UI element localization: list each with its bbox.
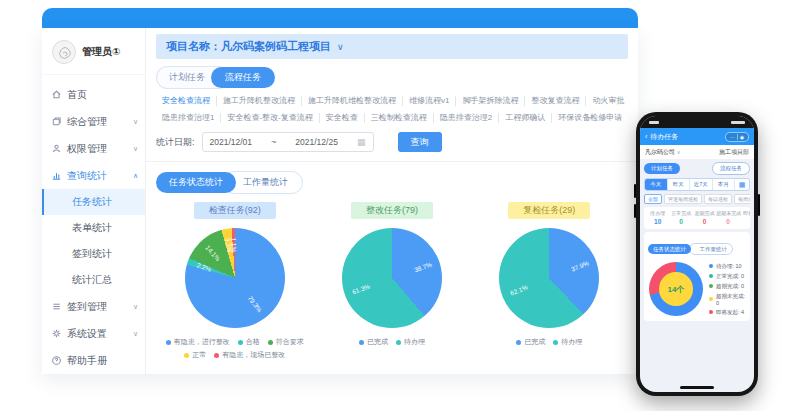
legend-item[interactable]: 正常完成: 0 [709, 273, 746, 280]
chevron-down-icon: ∨ [337, 42, 344, 52]
query-button[interactable]: 查询 [398, 132, 442, 152]
workflow-filter-tag[interactable]: 安全检查 [320, 113, 365, 123]
list-icon [51, 301, 62, 312]
tab-workload-statistics[interactable]: 工作量统计 [689, 243, 733, 255]
legend-label: 待办理 [404, 337, 425, 347]
date-separator: ~ [271, 137, 276, 147]
legend-dot [709, 310, 713, 314]
user-profile[interactable]: 管理员① [42, 34, 145, 75]
legend-item[interactable]: 有隐患，进行整改 [166, 337, 230, 347]
date-tab[interactable]: 昨天 [668, 179, 691, 190]
legend-item[interactable]: 已完成 [516, 337, 545, 347]
workflow-filter-tag[interactable]: 施工升降机整改流程 [217, 96, 302, 106]
date-range-input[interactable]: 2021/12/01 ~ 2021/12/25 ▦ [202, 132, 374, 152]
legend-label: 待办理: 10 [716, 263, 742, 270]
workflow-filter-tag[interactable]: 环保设备检修申请 [552, 113, 628, 123]
date-tab[interactable]: 今天 [645, 179, 668, 190]
sidebar-item-system-settings[interactable]: 系统设置 ∨ [42, 320, 145, 347]
legend-item[interactable]: 即将发起: 4 [709, 309, 746, 316]
chart-title-badge: 复检任务(29) [508, 202, 590, 219]
sidebar-subitem-signin-statistics[interactable]: 签到统计 [42, 241, 145, 267]
legend-item[interactable]: 已完成 [359, 337, 388, 347]
tab-process-tasks[interactable]: 流程任务 [211, 67, 275, 88]
legend-dot [238, 340, 243, 345]
date-tab[interactable]: 本月 [713, 179, 736, 190]
close-icon[interactable]: ◉ [740, 134, 744, 140]
legend-item[interactable]: 正常 [184, 350, 206, 360]
capsule-divider [737, 134, 738, 140]
workflow-filter-tag[interactable]: 动火审批 [586, 96, 628, 106]
workflow-filter-tag[interactable]: 安全检查流程 [156, 96, 217, 106]
calendar-icon[interactable]: ▦ [735, 179, 749, 190]
tab-task-status-statistics[interactable]: 任务状态统计 [648, 244, 691, 254]
more-icon[interactable]: ⋯ [730, 134, 735, 140]
chevron-down-icon: ∨ [677, 149, 681, 155]
sidebar-subitem-task-statistics[interactable]: 任务统计 [42, 189, 145, 215]
sidebar-item-general-management[interactable]: 综合管理 ∨ [42, 108, 145, 135]
sidebar-item-home[interactable]: 首页 [42, 81, 145, 108]
sidebar-item-query-statistics[interactable]: 查询统计 ∧ [42, 162, 145, 189]
company-selector[interactable]: 凡尔码公司 [645, 148, 675, 157]
back-icon[interactable]: ‹ [645, 133, 647, 140]
legend-dot [396, 340, 401, 345]
legend-item[interactable]: 待办理: 10 [709, 263, 746, 270]
pie-slice-label: 37.9% [570, 259, 590, 272]
workflow-filter-tag[interactable]: 安全检查-整改-复查流程 [221, 113, 319, 123]
charts-row: 检查任务(92) 79.3%2.2%14.1%3.3%1.1% 有隐患，进行整改… [156, 202, 628, 360]
chart-legend: 已完成待办理 [516, 337, 582, 347]
workflow-filter-tag[interactable]: 施工升降机维检整改流程 [302, 96, 403, 106]
tab-process-tasks[interactable]: 流程任务 [712, 162, 750, 175]
legend-item[interactable]: 合格 [238, 337, 260, 347]
sidebar-item-permission-management[interactable]: 权限管理 ∨ [42, 135, 145, 162]
filter-chip[interactable]: 每日巡检 [704, 194, 732, 204]
legend-dot [709, 284, 713, 288]
workflow-filter-tag[interactable]: 维修流程v1 [403, 96, 456, 106]
workflow-filter-tag[interactable]: 脚手架拆除流程 [456, 96, 525, 106]
sidebar-subitem-form-statistics[interactable]: 表单统计 [42, 215, 145, 241]
legend-item[interactable]: 待办理 [396, 337, 425, 347]
sidebar-item-help-manual[interactable]: 帮助手册 [42, 347, 145, 374]
filter-chip[interactable]: 每周巡检 [734, 194, 750, 204]
project-name: 项目名称：凡尔码案例码工程项目 [166, 39, 331, 54]
filter-chip[interactable]: 全部 [644, 194, 662, 204]
legend-dot [709, 264, 713, 268]
sidebar-item-label: 统计汇总 [72, 273, 112, 287]
miniprogram-capsule: ⋯ ◉ [725, 132, 749, 142]
phone-chart-card: 任务状态统计 工作量统计 14个 待办理: 10正常完成: 0超期完成: 0超期… [644, 232, 750, 321]
workflow-filter-tag[interactable]: 整改复查流程 [525, 96, 586, 106]
tab-task-status-statistics[interactable]: 任务状态统计 [156, 172, 236, 193]
chevron-down-icon: ∨ [133, 303, 138, 311]
legend-item[interactable]: 待办理 [553, 337, 582, 347]
phone-mockup: ‹ 待办任务 ⋯ ◉ 凡尔码公司 ∨ 施工项目部 计划任务 流程任务 今天昨天近… [636, 112, 758, 396]
task-type-tabs: 计划任务 流程任务 [156, 66, 628, 89]
filter-chip[interactable]: 管道每周巡检 [664, 194, 702, 204]
tab-planned-tasks[interactable]: 计划任务 [644, 163, 680, 174]
project-header[interactable]: 项目名称：凡尔码案例码工程项目 ∨ [156, 34, 628, 59]
workflow-filter-tag[interactable]: 隐患排查治理2 [434, 113, 499, 123]
legend-item[interactable]: 超期完成: 0 [709, 283, 746, 290]
workflow-filter-tag[interactable]: 隐患排查治理1 [156, 113, 221, 123]
legend-dot [359, 340, 364, 345]
legend-item[interactable]: 有隐患，现场已整改 [214, 350, 285, 360]
legend-label: 超期未完成: 0 [716, 293, 746, 306]
date-tab[interactable]: 近7天 [690, 179, 713, 190]
date-filter-label: 统计日期: [156, 136, 195, 149]
legend-item[interactable]: 超期未完成: 0 [709, 293, 746, 306]
stats-header: 正常完成 [669, 210, 692, 216]
start-date: 2021/12/01 [210, 137, 253, 147]
department-label[interactable]: 施工项目部 [719, 148, 749, 157]
chart-reinspection-tasks: 复检任务(29) 37.9%62.1% 已完成待办理 [471, 202, 628, 360]
legend-item[interactable]: 符合要求 [268, 337, 304, 347]
pie-chart: 37.9%62.1% [499, 228, 599, 328]
date-tab-group: 今天昨天近7天本月 [645, 179, 735, 190]
workflow-filter-tag[interactable]: 三检制检查流程 [365, 113, 434, 123]
sidebar-item-label: 首页 [67, 88, 87, 102]
legend-label: 即将发起: 4 [716, 309, 744, 316]
sidebar-item-label: 表单统计 [72, 221, 112, 235]
sidebar-item-signin-management[interactable]: 签到管理 ∨ [42, 293, 145, 320]
phone-stats-table: 待办理正常完成超期完成超期未完成即将发起 10000 [644, 207, 750, 229]
sidebar-subitem-statistics-summary[interactable]: 统计汇总 [42, 267, 145, 293]
workflow-filter-tag[interactable]: 工程师确认 [499, 113, 552, 123]
phone-page-title: 待办任务 [650, 132, 678, 142]
power-button [758, 194, 760, 216]
